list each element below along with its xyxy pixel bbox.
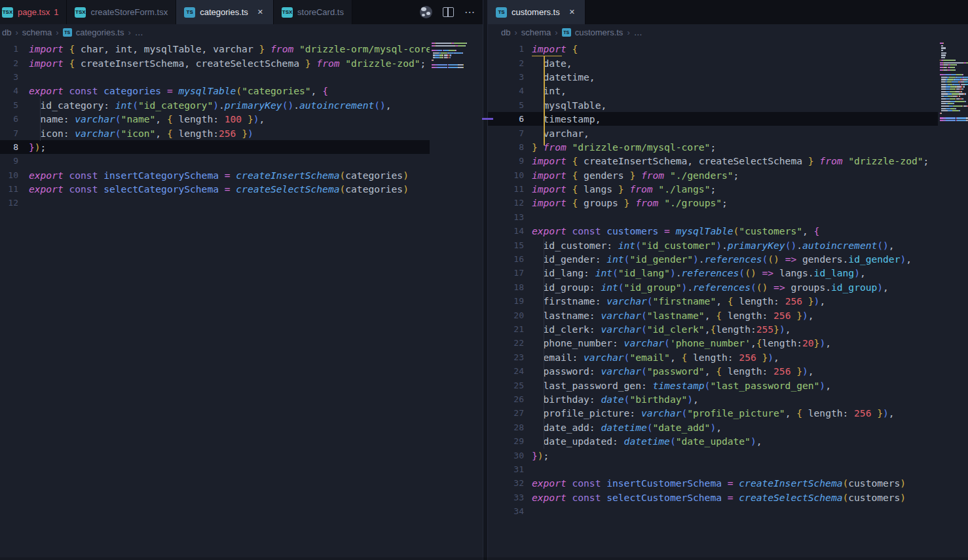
code-line[interactable]: 7 varchar, [488,126,968,140]
code-line[interactable]: 3 datetime, [488,70,968,84]
breadcrumb-left: db › schema › TS categories.ts › … [0,24,485,41]
code-line[interactable]: 12 [0,196,483,210]
close-tab-icon[interactable]: ✕ [255,7,265,17]
code-line[interactable]: 13 [488,210,968,224]
line-number: 12 [0,198,18,208]
code-line[interactable]: 20 lastname: varchar("lastname", { lengt… [488,308,968,322]
code-line[interactable]: 3 [0,70,483,84]
breadcrumb-item[interactable]: schema [22,28,52,37]
code-line[interactable]: 9 [0,154,483,168]
code-line[interactable]: 26 birthday: date("birthday"), [488,392,968,406]
code-line[interactable]: 29 date_updated: datetime("date_update")… [488,434,968,448]
chevron-right-icon: › [15,28,18,37]
code-line[interactable]: 6 name: varchar("name", { length: 100 })… [0,112,483,126]
editor-group-tabs-right: TS customers.ts ✕ [488,0,968,24]
line-number: 8 [488,142,524,152]
code-line[interactable]: 21 id_clerk: varchar("id_clerk",{length:… [488,322,968,336]
chevron-right-icon: › [555,28,557,37]
editor-group-divider[interactable] [483,0,488,560]
line-number: 3 [0,72,18,82]
breadcrumb-item[interactable]: … [135,28,143,37]
left-editor-lines: 1import { char, int, mysqlTable, varchar… [0,42,483,210]
line-number: 30 [488,451,524,460]
chevron-right-icon: › [514,28,517,37]
code-line[interactable]: 34 [488,504,968,518]
tab-label: createStoreForm.tsx [90,7,168,17]
code-line[interactable]: 5 id_category: int("id_category").primar… [0,98,483,112]
line-number: 11 [0,184,18,194]
code-line[interactable]: 12import { groups } from "./groups"; [488,196,968,210]
bracket-scope-guide [532,56,562,57]
code-line[interactable]: 4 int, [488,84,968,98]
code-line[interactable]: 8} from "drizzle-orm/mysql-core"; [488,140,968,154]
code-line[interactable]: 11export const selectCategorySchema = cr… [0,182,483,196]
tab-createstoreform-tsx[interactable]: TSX createStoreForm.tsx [67,0,176,24]
code-line[interactable]: 5 mysqlTable, [488,98,968,112]
editor-group-tabs-left: TSX page.tsx 1 TSX createStoreForm.tsx T… [0,0,483,24]
code-line[interactable]: 23 email: varchar("email", { length: 256… [488,350,968,364]
code-line[interactable]: 2 date, [488,56,968,69]
code-text: date, [524,58,572,69]
code-line[interactable]: 19 firstname: varchar("firstname", { len… [488,294,968,308]
code-line[interactable]: 33export const selectCustomerSchema = cr… [488,491,968,504]
line-number: 9 [0,156,18,166]
breadcrumb-item[interactable]: db [2,28,11,37]
line-number: 3 [488,72,524,82]
globe-icon[interactable] [420,6,432,18]
code-line[interactable]: 22 phone_number: varchar('phone_number',… [488,336,968,350]
code-line[interactable]: 30}); [488,448,968,462]
code-line[interactable]: 11import { langs } from "./langs"; [488,182,968,196]
breadcrumb-item[interactable]: schema [521,28,551,37]
code-line[interactable]: 24 password: varchar("password", { lengt… [488,364,968,378]
tab-page-tsx[interactable]: TSX page.tsx 1 [0,0,67,24]
code-line[interactable]: 9import { createInsertSchema, createSele… [488,154,968,168]
right-minimap[interactable] [938,41,968,560]
code-line[interactable]: 25 last_password_gen: timestamp("last_pa… [488,378,968,392]
line-number: 2 [488,58,524,68]
code-text: password: varchar("password", { length: … [524,365,814,377]
breadcrumb-item[interactable]: … [634,28,642,37]
code-text: date_updated: datetime("date_update"), [524,436,762,447]
code-line[interactable]: 7 icon: varchar("icon", { length:256 }) [0,126,483,140]
code-text: mysqlTable, [524,100,606,111]
left-minimap[interactable] [430,41,483,560]
more-actions-icon[interactable]: ⋯ [464,7,475,18]
window-bottom-edge [0,557,968,560]
tab-storecard-ts[interactable]: TSX storeCard.ts [274,0,352,24]
code-line[interactable]: 32export const insertCustomerSchema = cr… [488,476,968,490]
code-text: timestamp, [524,113,601,124]
tab-customers-ts[interactable]: TS customers.ts ✕ [488,0,586,24]
editor-customers-ts: 1import {2 date,3 datetime,4 int,5 mysql… [488,41,968,560]
code-line[interactable]: 10export const insertCategorySchema = cr… [0,168,483,182]
close-tab-icon[interactable]: ✕ [567,7,577,17]
code-text: export const selectCustomerSchema = crea… [524,492,906,503]
breadcrumb-item[interactable]: categories.ts [76,28,124,37]
code-line[interactable]: 8}); [0,140,483,154]
code-line[interactable]: 10import { genders } from "./genders"; [488,168,968,182]
code-line[interactable]: 1import { char, int, mysqlTable, varchar… [0,42,483,56]
code-line[interactable]: 1import { [488,42,968,56]
code-line[interactable]: 27 profile_picture: varchar("profile_pic… [488,406,968,420]
split-editor-icon[interactable] [443,7,454,17]
right-minimap-content [938,41,968,124]
code-line[interactable]: 18 id_group: int("id_group").references(… [488,280,968,294]
code-line[interactable]: 2import { createInsertSchema, createSele… [0,56,483,69]
code-line[interactable]: 6 timestamp, [488,112,968,126]
code-line[interactable]: 17 id_lang: int("id_lang").references(()… [488,266,968,280]
code-line[interactable]: 15 id_customer: int("id_customer").prima… [488,238,968,252]
code-line[interactable]: 14export const customers = mysqlTable("c… [488,224,968,238]
chevron-right-icon: › [128,28,130,37]
code-line[interactable]: 28 date_add: datetime("date_add"), [488,420,968,434]
breadcrumb-item[interactable]: customers.ts [575,28,624,37]
code-text: import { [524,43,578,54]
bracket-scope-guide [544,56,545,145]
line-number: 31 [488,464,524,474]
tab-categories-ts[interactable]: TS categories.ts ✕ [176,0,274,24]
code-line[interactable]: 16 id_gender: int("id_gender").reference… [488,252,968,266]
line-number: 10 [488,170,524,180]
indent-guide [544,238,544,449]
breadcrumb-item[interactable]: db [501,28,510,37]
code-line[interactable]: 31 [488,462,968,476]
code-line[interactable]: 4export const categories = mysqlTable("c… [0,84,483,98]
line-number: 2 [0,58,18,68]
